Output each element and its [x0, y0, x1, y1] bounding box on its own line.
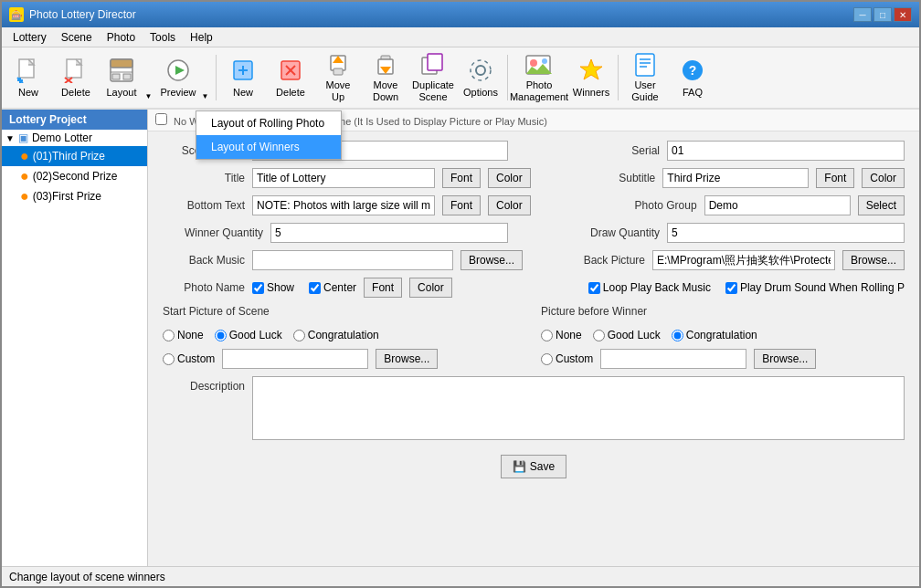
show-checkbox-label: Show — [252, 281, 294, 294]
before-custom-input[interactable] — [600, 349, 746, 369]
draw-qty-input[interactable] — [667, 223, 905, 243]
move-up-button[interactable]: Move Up — [315, 50, 361, 105]
sep2 — [507, 55, 508, 100]
show-checkbox[interactable] — [252, 282, 264, 294]
play-drum-checkbox[interactable] — [725, 282, 737, 294]
status-text: Change layout of scene winners — [9, 571, 165, 583]
preview-dropdown-button[interactable]: ▼ — [199, 50, 212, 105]
subtitle-input[interactable] — [662, 168, 809, 188]
scene-item-3[interactable]: ● (03)First Prize — [2, 186, 147, 206]
start-browse-button[interactable]: Browse... — [376, 349, 438, 369]
user-guide-label: User Guide — [625, 79, 665, 103]
back-music-browse[interactable]: Browse... — [460, 250, 523, 270]
bottom-font-button[interactable]: Font — [442, 195, 481, 215]
form-area: Scene Name Third Prize Serial Title Font… — [148, 131, 919, 488]
subtitle-font-button[interactable]: Font — [816, 168, 854, 188]
svg-marker-34 — [580, 59, 602, 79]
user-guide-button[interactable]: User Guide — [622, 50, 668, 105]
move-down-button[interactable]: Move Down — [363, 50, 408, 105]
sidebar-title: Lottery Project — [2, 110, 147, 130]
title-label: Title — [163, 172, 245, 184]
before-custom-radio[interactable] — [541, 353, 553, 365]
expand-icon: ▼ — [5, 133, 15, 143]
scene-item-2[interactable]: ● (02)Second Prize — [2, 166, 147, 186]
tree-root[interactable]: ▼ ▣ Demo Lotter — [2, 130, 147, 146]
back-music-input[interactable] — [252, 250, 453, 270]
start-goodluck-label: Good Luck — [215, 329, 282, 341]
menu-lottery[interactable]: Lottery — [5, 29, 54, 45]
photo-group-input[interactable] — [704, 195, 851, 215]
minimize-button[interactable]: ─ — [853, 7, 872, 22]
menu-help[interactable]: Help — [183, 29, 220, 45]
before-goodluck-radio[interactable] — [593, 330, 605, 341]
start-goodluck-radio[interactable] — [215, 330, 227, 341]
save-icon: 💾 — [513, 460, 526, 473]
title-bar: 🎰 Photo Lottery Director ─ □ ✕ — [2, 2, 919, 27]
toolbar: New Delete Layout ▼ Layout of Rol — [2, 47, 919, 110]
center-checkbox[interactable] — [309, 282, 321, 294]
scene-item-1[interactable]: ● (01)Third Prize — [2, 146, 147, 166]
loop-play-checkbox[interactable] — [588, 282, 600, 294]
before-congratulation-radio[interactable] — [672, 330, 683, 341]
back-picture-input[interactable] — [652, 250, 835, 270]
options-label: Options — [463, 87, 498, 99]
start-custom-radio[interactable] — [163, 353, 175, 365]
subtitle-color-button[interactable]: Color — [862, 168, 905, 188]
layout-group: Layout ▼ — [101, 50, 155, 105]
scene1-label: (01)Third Prize — [33, 150, 105, 163]
photo-color-button[interactable]: Color — [409, 278, 452, 298]
start-radio-row1: None Good Luck Congratulation — [163, 329, 526, 341]
delete-icon — [61, 56, 90, 85]
delete-scene-button[interactable]: Delete — [268, 50, 313, 105]
faq-button[interactable]: ? FAQ — [670, 50, 715, 105]
layout-button[interactable]: Layout — [101, 50, 143, 105]
delete-label: Delete — [61, 87, 90, 99]
new-scene-icon — [228, 56, 258, 85]
before-browse-button[interactable]: Browse... — [754, 349, 816, 369]
back-picture-browse[interactable]: Browse... — [842, 250, 905, 270]
new-label: New — [18, 87, 38, 99]
preview-button[interactable]: Preview — [157, 50, 199, 105]
start-congratulation-radio[interactable] — [293, 330, 305, 341]
new-scene-button[interactable]: New — [220, 50, 266, 105]
options-button[interactable]: Options — [458, 50, 503, 105]
photo-mgmt-button[interactable]: Photo Management — [512, 50, 566, 105]
layout-winners[interactable]: Layout of Winners — [196, 135, 341, 159]
duplicate-button[interactable]: Duplicate Scene — [410, 50, 456, 105]
close-button[interactable]: ✕ — [894, 7, 912, 22]
layout-rolling-photo[interactable]: Layout of Rolling Photo — [196, 111, 341, 135]
serial-input[interactable] — [667, 141, 905, 161]
sep1 — [216, 55, 217, 100]
select-button[interactable]: Select — [858, 195, 905, 215]
subtitle-label: Subtitle — [605, 172, 655, 184]
maximize-button[interactable]: □ — [873, 7, 892, 22]
before-none-radio[interactable] — [541, 330, 553, 341]
winners-button[interactable]: Winners — [568, 50, 614, 105]
scene3-dot: ● — [20, 188, 29, 205]
menu-tools[interactable]: Tools — [143, 29, 183, 45]
delete-button[interactable]: Delete — [53, 50, 99, 105]
no-winner-checkbox[interactable] — [155, 113, 167, 125]
start-picture-label: Start Picture of Scene — [163, 305, 526, 318]
start-none-radio[interactable] — [163, 330, 175, 341]
new-button[interactable]: New — [5, 50, 51, 105]
description-textarea[interactable] — [252, 376, 905, 440]
title-font-button[interactable]: Font — [442, 168, 481, 188]
new-icon — [14, 56, 43, 85]
bottom-text-input[interactable] — [252, 195, 435, 215]
scene1-dot: ● — [20, 148, 29, 164]
title-input[interactable] — [252, 168, 435, 188]
title-color-button[interactable]: Color — [488, 168, 531, 188]
menu-scene[interactable]: Scene — [54, 29, 100, 45]
start-custom-input[interactable] — [222, 349, 368, 369]
save-button[interactable]: 💾 Save — [501, 455, 566, 478]
layout-dropdown-button[interactable]: ▼ — [143, 50, 155, 105]
photo-font-button[interactable]: Font — [364, 278, 402, 298]
content-panel: No Winner Will Be Drawn In This Scene (I… — [148, 110, 919, 566]
winner-qty-input[interactable] — [270, 223, 508, 243]
main-area: Lottery Project ▼ ▣ Demo Lotter ● (01)Th… — [2, 110, 919, 566]
bottom-color-button[interactable]: Color — [488, 195, 531, 215]
menu-photo[interactable]: Photo — [100, 29, 143, 45]
start-picture-col: Start Picture of Scene None Good Luck — [163, 305, 526, 369]
svg-text:?: ? — [689, 63, 697, 78]
